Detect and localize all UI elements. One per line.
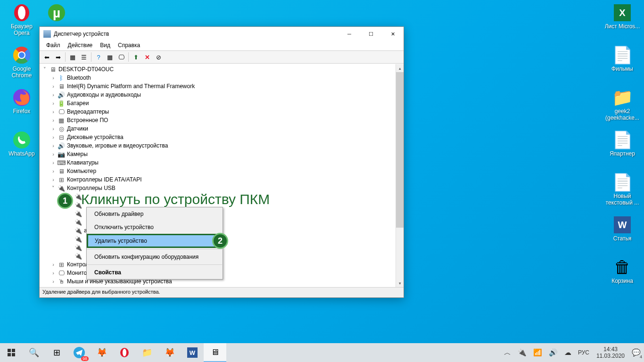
taskbar-device-manager[interactable]: 🖥 — [204, 343, 226, 362]
scan-button[interactable]: ▦ — [105, 52, 115, 62]
taskbar-word[interactable]: W — [181, 343, 204, 362]
tray-volume-icon[interactable]: 🔊 — [545, 343, 561, 362]
desktop-icon-utorrent[interactable]: µ — [39, 3, 74, 24]
taskbar-explorer[interactable]: 📁 — [136, 343, 158, 362]
tree-item[interactable]: › ⊟ Дисковые устройства — [40, 133, 396, 141]
expand-icon[interactable]: › — [50, 168, 57, 174]
maximize-button[interactable]: ☐ — [360, 27, 382, 41]
desktop-icon-whatsapp[interactable]: WhatsApp — [4, 130, 40, 157]
expand-icon[interactable]: › — [50, 278, 57, 285]
tree-root[interactable]: ˅ 🖥 DESKTOP-DT04OUC — [40, 65, 396, 74]
desktop-icon[interactable]: 📄Япартнер — [604, 130, 640, 157]
device-icon: ⊟ — [58, 133, 65, 141]
tray-onedrive-icon[interactable]: ☁ — [561, 343, 575, 362]
desktop-label: Фильмы — [604, 66, 640, 73]
tray-clock[interactable]: 14:43 11.03.2020 — [593, 346, 628, 360]
monitor-view-button[interactable]: 🖵 — [116, 52, 126, 62]
expand-icon[interactable]: › — [50, 100, 57, 107]
back-button[interactable]: ⬅ — [41, 52, 52, 62]
svg-rect-15 — [12, 353, 15, 356]
annotation-text: Кликнуть по устройству ПКМ — [81, 191, 270, 207]
properties-button[interactable]: ☰ — [79, 52, 89, 62]
taskbar-firefox2[interactable]: 🦊 — [158, 343, 181, 362]
forward-button[interactable]: ➡ — [53, 52, 63, 62]
expand-icon[interactable]: › — [50, 74, 57, 81]
desktop-icon[interactable]: 🗑Корзина — [604, 257, 640, 285]
expand-icon[interactable]: ˅ — [50, 185, 57, 191]
annotation-badge-1: 1 — [57, 193, 73, 209]
desktop-icon-chrome[interactable]: Google Chrome — [4, 45, 40, 79]
expand-icon[interactable]: › — [50, 176, 57, 183]
device-icon: ⊞ — [58, 176, 65, 183]
tray-expand-icon[interactable]: ︿ — [501, 343, 514, 362]
minimize-button[interactable]: ─ — [339, 27, 360, 41]
taskbar-opera[interactable] — [113, 343, 136, 362]
menu-view[interactable]: Вид — [96, 41, 114, 50]
tree-label: Звуковые, игровые и видеоустройства — [67, 142, 168, 149]
tray-language[interactable]: РУС — [575, 343, 593, 362]
menu-action[interactable]: Действие — [64, 41, 97, 50]
disable-button[interactable]: ⊘ — [153, 52, 164, 62]
tree-item[interactable]: › ⌨ Клавиатуры — [40, 158, 396, 167]
desktop-icon[interactable]: 📄Фильмы — [604, 45, 640, 73]
tree-item[interactable]: › 🖥 Компьютер — [40, 167, 396, 175]
desktop-icon[interactable]: XЛист Micros... — [604, 3, 640, 30]
tray-notifications-icon[interactable]: 💬4 — [628, 343, 644, 362]
expand-icon[interactable]: › — [50, 83, 57, 90]
cm-properties[interactable]: Свойства — [87, 266, 223, 279]
task-view-button[interactable]: ⊞ — [45, 343, 68, 362]
desktop-icon-opera[interactable]: Браузер Opera — [4, 3, 40, 37]
tree-item[interactable]: › ▦ Встроенное ПО — [40, 116, 396, 124]
uninstall-button[interactable]: ✕ — [142, 52, 152, 62]
desktop-icon[interactable]: 📁geek2 (geekhacke... — [604, 88, 640, 122]
scroll-down-button[interactable]: ▾ — [396, 279, 404, 287]
expand-icon[interactable]: › — [50, 117, 57, 123]
scrollbar-thumb[interactable] — [396, 72, 404, 228]
svg-rect-14 — [8, 353, 11, 356]
close-button[interactable]: ✕ — [382, 27, 404, 41]
start-button[interactable] — [0, 343, 23, 362]
usb-icon: 🔌 — [74, 235, 82, 243]
expand-icon[interactable]: › — [50, 270, 57, 276]
tray-power-icon[interactable]: 🔌 — [514, 343, 530, 362]
taskbar-firefox[interactable]: 🦊 — [91, 343, 113, 362]
scrollbar[interactable]: ▴ ▾ — [396, 64, 404, 287]
menu-help[interactable]: Справка — [114, 41, 144, 50]
tree-item[interactable]: › 🔊 Звуковые, игровые и видеоустройства — [40, 141, 396, 150]
expand-icon[interactable]: › — [50, 108, 57, 115]
cm-remove-device[interactable]: Удалить устройство — [87, 234, 223, 248]
desktop-icon-firefox[interactable]: Firefox — [4, 88, 40, 115]
tray-wifi-icon[interactable]: 📶 — [530, 343, 545, 362]
expand-icon[interactable]: › — [50, 261, 57, 268]
expand-icon[interactable]: › — [50, 134, 57, 140]
expand-icon[interactable]: › — [50, 142, 57, 149]
tree-item[interactable]: › 🖵 Видеоадаптеры — [40, 107, 396, 116]
tree-item[interactable]: › 🔊 Аудиовходы и аудиовыходы — [40, 90, 396, 99]
tree-item[interactable]: › ᛒ Bluetooth — [40, 74, 396, 82]
tree-item[interactable]: › ◎ Датчики — [40, 124, 396, 133]
desktop-icon[interactable]: 📄Новый текстовый ... — [604, 173, 640, 206]
search-button[interactable]: 🔍 — [23, 343, 45, 362]
expand-icon[interactable]: › — [50, 151, 57, 157]
tree-item[interactable]: › 📷 Камеры — [40, 150, 396, 158]
help-button[interactable]: ? — [93, 52, 104, 62]
expand-icon[interactable]: › — [50, 91, 57, 98]
scroll-up-button[interactable]: ▴ — [396, 64, 404, 72]
tree-item[interactable]: › 🖥 Intel(R) Dynamic Platform and Therma… — [40, 82, 396, 90]
expand-icon[interactable]: › — [50, 125, 57, 132]
cm-scan-hardware[interactable]: Обновить конфигурацию оборудования — [87, 250, 223, 263]
expand-icon[interactable]: ˅ — [41, 66, 48, 73]
tree-label: Встроенное ПО — [67, 117, 108, 123]
desktop-icon[interactable]: WСтатья — [604, 215, 640, 242]
update-driver-button[interactable]: ⬆ — [131, 52, 141, 62]
tree-item[interactable]: › ⊞ Контроллеры IDE ATA/ATAPI — [40, 175, 396, 184]
titlebar[interactable]: Диспетчер устройств ─ ☐ ✕ — [40, 27, 404, 41]
cm-update-driver[interactable]: Обновить драйвер — [87, 207, 223, 221]
expand-icon[interactable]: › — [50, 159, 57, 166]
cm-disable-device[interactable]: Отключить устройство — [87, 221, 223, 234]
tree-item[interactable]: › 🔋 Батареи — [40, 99, 396, 107]
menu-file[interactable]: Файл — [42, 41, 64, 50]
show-hidden-button[interactable]: ▦ — [67, 52, 78, 62]
taskbar-telegram[interactable] — [68, 343, 91, 362]
opera-icon — [12, 3, 32, 23]
